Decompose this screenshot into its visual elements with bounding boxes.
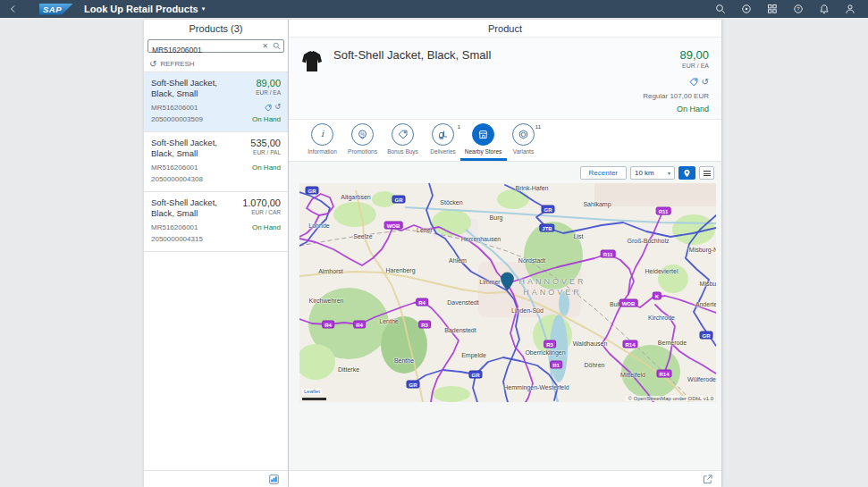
item-ean: 2050000004315	[151, 235, 203, 243]
tab-information[interactable]: i Information	[302, 123, 342, 161]
icon-tab-bar: i Information % Promotions Bonus Buys 1 …	[289, 120, 721, 162]
chevron-down-icon: ▾	[202, 5, 206, 13]
product-list: Soft-Shell Jacket, Black, Small 89,00 EU…	[144, 72, 288, 470]
search-icon[interactable]	[715, 4, 726, 14]
map-pin-icon	[683, 169, 691, 178]
stock-status: On Hand	[677, 105, 709, 113]
radius-value: 10 km	[635, 169, 654, 177]
item-material-number: MR516206001	[151, 164, 198, 172]
item-ean: 2050000003509	[151, 115, 203, 123]
leaflet-attribution[interactable]: Leaflet	[302, 389, 322, 394]
sap-logo: SAP	[39, 4, 73, 15]
item-stock-status: On Hand	[252, 115, 281, 123]
product-title: Soft-Shell Jacket, Black, Small	[333, 48, 643, 112]
history-icon: ↺	[702, 79, 709, 86]
svg-text:?: ?	[796, 6, 800, 12]
open-in-new-window-icon[interactable]	[703, 474, 712, 484]
list-item-product-1[interactable]: Soft-Shell Jacket, Black, Small 89,00 EU…	[144, 72, 288, 132]
chart-view-icon[interactable]	[269, 474, 279, 484]
detail-footer	[289, 470, 721, 487]
object-header: Soft-Shell Jacket, Black, Small 89,00 EU…	[289, 38, 721, 120]
product-price: 89,00	[679, 48, 709, 62]
information-icon: i	[316, 129, 328, 140]
item-ean: 2050000004308	[151, 175, 203, 183]
refresh-button[interactable]: ↺ REFRESH	[144, 55, 288, 72]
tab-bonus-buys[interactable]: Bonus Buys	[383, 123, 423, 161]
deliveries-forklift-icon	[437, 129, 449, 140]
variants-hexagon-icon	[518, 129, 529, 140]
search-field: ✕	[147, 39, 284, 53]
map-base-layer	[299, 183, 716, 402]
item-material-number: MR516206001	[151, 104, 198, 112]
item-price: 1.070,00	[242, 197, 281, 208]
item-unit: EUR / CAR	[242, 209, 281, 215]
bonus-buys-tag-icon	[397, 129, 409, 140]
list-item-product-2[interactable]: Soft-Shell Jacket, Black, Small 535,00 E…	[144, 132, 288, 192]
map-canvas[interactable]: AltgarbsenLohndeSeelzeLetterStöckenBurgH…	[299, 183, 716, 402]
promotions-icon: %	[357, 129, 368, 140]
radius-select[interactable]: 10 km ▾	[630, 166, 675, 180]
item-price: 535,00	[250, 138, 281, 148]
list-title: Products (3)	[144, 20, 288, 38]
product-image-jacket	[301, 50, 323, 73]
tab-variants[interactable]: 11 Variants	[503, 123, 544, 161]
user-profile-icon[interactable]	[845, 4, 855, 14]
item-stock-status: On Hand	[252, 223, 281, 231]
item-material-number: MR516206001	[151, 223, 198, 231]
refresh-icon: ↺	[149, 59, 156, 69]
svg-text:i: i	[321, 129, 324, 139]
hamburger-icon	[704, 171, 711, 176]
product-unit: EUR / EA	[682, 63, 709, 69]
promotion-tag-icon	[688, 77, 698, 87]
map-pin-toggle-button[interactable]	[678, 166, 695, 180]
tab-nearby-stores[interactable]: Nearby Stores	[463, 123, 503, 161]
svg-text:%: %	[360, 131, 365, 137]
product-detail-panel: Product Soft-Shell Jacket, Black, Small …	[289, 20, 722, 487]
tab-promotions[interactable]: % Promotions	[342, 123, 383, 161]
item-stock-status: On Hand	[252, 164, 281, 172]
recenter-button[interactable]: Recenter	[580, 166, 627, 180]
detail-title: Product	[289, 20, 721, 38]
refresh-label: REFRESH	[160, 60, 194, 68]
list-footer	[144, 470, 288, 487]
map-scale-bar	[302, 398, 326, 400]
back-button[interactable]	[0, 4, 27, 14]
notifications-bell-icon[interactable]	[819, 4, 830, 14]
chevron-left-icon	[8, 4, 19, 14]
history-icon: ↺	[274, 104, 281, 111]
app-finder-grid-icon[interactable]	[767, 4, 778, 14]
item-title: Soft-Shell Jacket, Black, Small	[151, 78, 242, 100]
item-price: 89,00	[256, 78, 281, 88]
copilot-icon[interactable]	[741, 4, 752, 14]
app-title: Look Up Retail Products	[84, 4, 198, 14]
product-list-panel: Products (3) ✕ ↺ REFRESH Soft-Shell Jack…	[144, 20, 289, 487]
clear-search-icon[interactable]: ✕	[262, 40, 268, 52]
selected-tab-underline	[460, 158, 507, 161]
search-go-icon[interactable]	[273, 40, 281, 52]
regular-price: Regular 107,00 EUR	[643, 92, 709, 100]
nearby-stores-icon	[477, 129, 489, 140]
item-unit: EUR / EA	[256, 89, 281, 96]
deliveries-count: 1	[458, 124, 460, 130]
item-unit: EUR / PAL	[250, 149, 281, 155]
tab-deliveries[interactable]: 1 Deliveries	[423, 123, 463, 161]
map-menu-button[interactable]	[699, 166, 714, 180]
help-icon[interactable]: ?	[793, 4, 804, 14]
nearby-stores-content: Recenter 10 km ▾	[289, 162, 721, 470]
list-item-product-3[interactable]: Soft-Shell Jacket, Black, Small 1.070,00…	[144, 192, 288, 252]
store-marker-pin[interactable]	[500, 272, 515, 291]
osm-attribution: © OpenStreetMap under ODbL v1.0	[626, 396, 715, 401]
variants-count: 11	[535, 124, 541, 130]
app-title-menu[interactable]: Look Up Retail Products ▾	[84, 4, 205, 14]
item-title: Soft-Shell Jacket, Black, Small	[151, 138, 242, 160]
promotion-tag-icon	[264, 104, 272, 112]
item-title: Soft-Shell Jacket, Black, Small	[151, 197, 242, 220]
chevron-down-icon: ▾	[668, 170, 670, 176]
shell-bar: SAP Look Up Retail Products ▾ ?	[0, 0, 868, 18]
